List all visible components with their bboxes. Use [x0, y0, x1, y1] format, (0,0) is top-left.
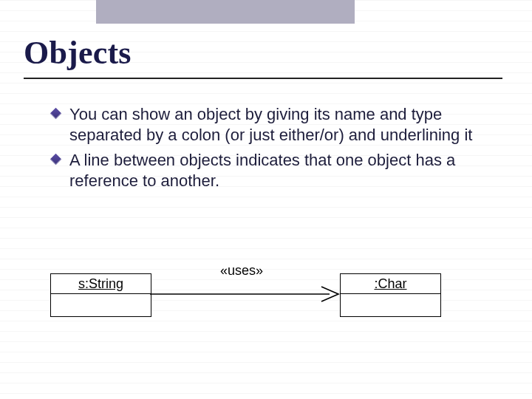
bullet-text: You can show an object by giving its nam…: [69, 105, 472, 144]
list-item: You can show an object by giving its nam…: [52, 104, 502, 146]
bullet-text: A line between objects indicates that on…: [69, 151, 455, 190]
uml-object-body: [51, 294, 151, 316]
uml-diagram: s:String :Char «uses»: [50, 260, 464, 341]
uml-object-left: s:String: [50, 273, 151, 317]
slide-title: Objects: [24, 34, 502, 79]
top-bar-decoration: [96, 0, 355, 24]
bullet-list: You can show an object by giving its nam…: [52, 104, 502, 192]
bullet-diamond-icon: [50, 154, 62, 166]
uml-object-right: :Char: [340, 273, 441, 317]
uml-object-name: s:String: [51, 274, 151, 294]
slide-content: Objects You can show an object by giving…: [24, 34, 502, 197]
bullet-diamond-icon: [50, 108, 62, 120]
uml-association-arrow: [150, 282, 342, 312]
list-item: A line between objects indicates that on…: [52, 150, 502, 191]
relation-label: «uses»: [220, 263, 263, 279]
uml-object-name: :Char: [341, 274, 440, 294]
uml-object-body: [341, 294, 440, 316]
slide: Objects You can show an object by giving…: [0, 0, 532, 399]
